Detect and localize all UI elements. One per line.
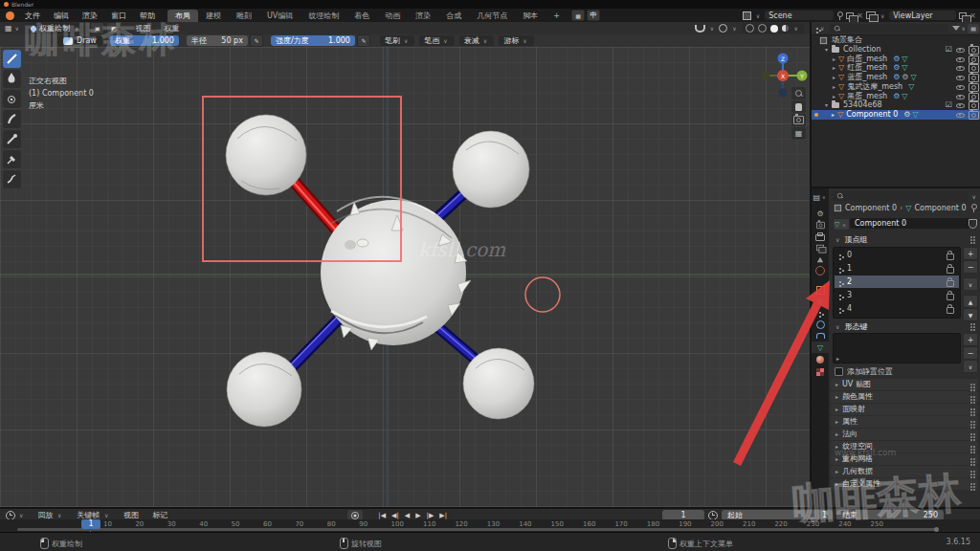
tab-texture-paint[interactable]: 纹理绘制 xyxy=(301,10,346,22)
tab-layout[interactable]: 布局 xyxy=(167,10,198,22)
playhead[interactable]: 1 xyxy=(81,519,100,529)
tool-annotate[interactable] xyxy=(3,170,21,188)
breadcrumb-object[interactable]: Component 0 xyxy=(845,204,897,212)
timeline-scrollbar[interactable] xyxy=(17,528,938,531)
shape-key-specials-button[interactable]: ∨ xyxy=(963,360,978,373)
tab-modifiers[interactable]: ⚙ xyxy=(812,296,829,307)
tab-animation[interactable]: 动画 xyxy=(377,10,408,22)
timeline-ruler[interactable]: 1020304050607080901001101201301401501601… xyxy=(0,519,980,532)
eye-icon[interactable] xyxy=(956,111,965,119)
outliner-search[interactable] xyxy=(830,24,947,33)
viewlayer-selector[interactable]: ViewLayer xyxy=(889,11,956,20)
snap-icon[interactable] xyxy=(695,25,705,33)
menu-help[interactable]: 帮助 xyxy=(133,11,162,21)
lock-icon[interactable] xyxy=(947,267,954,274)
proportional-edit-icon[interactable] xyxy=(719,24,727,33)
viewport-3d[interactable]: 正交右视图 (1) Component 0 厘米 X Y Z ▦ kfsll.c… xyxy=(0,47,810,507)
add-vertex-group-button[interactable]: + xyxy=(963,247,978,260)
editor-type-icon[interactable]: ▤∨ xyxy=(812,191,829,203)
tab-tool[interactable]: ⚙ xyxy=(812,208,829,219)
outliner-row-collection[interactable]: ▾ Collection ☑ xyxy=(812,45,980,55)
outliner-row-mesh-red[interactable]: ▸ ▽ 红蛋_mesh ⚙ ▽ xyxy=(812,63,980,73)
tab-physics[interactable] xyxy=(812,319,829,330)
solid-shading-icon[interactable] xyxy=(758,24,767,33)
tab-uv-editing[interactable]: UV编辑 xyxy=(259,10,301,22)
material-shading-icon-active[interactable] xyxy=(770,25,778,33)
shape-keys-header[interactable]: ∨形态键 xyxy=(834,321,867,332)
vertex-groups-header[interactable]: ∨顶点组 xyxy=(834,234,867,245)
outliner-display-mode-icon[interactable] xyxy=(816,28,818,30)
new-viewlayer-icon[interactable] xyxy=(959,12,967,19)
radius-pressure-icon[interactable]: ✎ xyxy=(250,34,263,47)
menu-render[interactable]: 渲染 xyxy=(76,11,104,21)
menu-file[interactable]: 文件 xyxy=(18,11,47,21)
remove-vertex-group-button[interactable]: − xyxy=(963,260,978,274)
vertex-group-item-4[interactable]: 4 xyxy=(835,302,959,315)
paint-mask-verts-toggle[interactable]: ◩ xyxy=(106,22,121,34)
eye-icon[interactable] xyxy=(956,74,965,81)
checkbox-icon[interactable] xyxy=(835,367,843,376)
tool-smear-brush[interactable] xyxy=(3,110,21,128)
play-reverse-button[interactable]: ◀ xyxy=(405,512,410,519)
add-workspace-button[interactable]: + xyxy=(546,10,568,22)
radius-slider[interactable]: 半径50 px xyxy=(187,35,248,46)
tab-constraints[interactable] xyxy=(812,330,829,342)
data-name-field[interactable]: Component 0 xyxy=(850,218,970,229)
next-keyframe-button[interactable]: |▶ xyxy=(427,512,434,519)
outliner-row-collection-53404e68[interactable]: ▾ 53404e68 ☑ xyxy=(812,100,980,110)
mode-selector[interactable]: 权重绘制∨ xyxy=(27,23,84,33)
tab-modeling[interactable]: 建模 xyxy=(198,10,229,22)
scene-icon[interactable] xyxy=(743,11,751,20)
exclude-checkbox[interactable]: ☑ xyxy=(946,45,952,55)
ortho-toggle-icon[interactable]: ▦ xyxy=(791,127,806,140)
section-normals[interactable]: ▸法向 xyxy=(831,429,978,440)
ime-badge[interactable]: 中 xyxy=(587,10,600,21)
tab-rendering[interactable]: 渲染 xyxy=(408,10,438,22)
eye-icon[interactable] xyxy=(956,55,965,63)
pin-icon[interactable] xyxy=(836,11,843,20)
eye-icon[interactable] xyxy=(956,101,965,109)
vertex-group-specials-button[interactable]: ∨ xyxy=(963,277,978,291)
wireframe-shading-icon[interactable] xyxy=(746,24,754,33)
rendered-shading-icon[interactable] xyxy=(782,25,789,32)
scene-selector[interactable]: Scene xyxy=(765,11,834,20)
lock-icon[interactable] xyxy=(947,280,954,287)
menu-weights[interactable]: 权重 xyxy=(157,23,186,33)
move-group-up-button[interactable]: ▲ xyxy=(963,295,978,308)
add-rest-position-row[interactable]: 添加静置位置 xyxy=(835,366,893,377)
overlay-options-icon[interactable]: ▤ xyxy=(968,24,979,33)
jump-to-start-button[interactable]: |◀ xyxy=(378,512,386,519)
tab-output[interactable] xyxy=(812,231,829,242)
brush-dropdown[interactable]: 笔刷∨ xyxy=(380,35,414,46)
tab-object[interactable] xyxy=(812,284,829,296)
paint-mask-faces-toggle[interactable]: ▣ xyxy=(90,22,104,34)
section-texture-space[interactable]: ▸纹理空间 xyxy=(831,441,978,452)
move-group-down-button[interactable]: ▼ xyxy=(963,308,978,321)
zoom-icon[interactable] xyxy=(791,87,806,99)
lock-icon[interactable] xyxy=(947,294,954,300)
tab-texture[interactable] xyxy=(812,366,829,378)
tool-average-brush[interactable] xyxy=(3,90,21,108)
fake-user-shield-icon[interactable] xyxy=(969,219,977,229)
section-attributes[interactable]: ▸属性 xyxy=(831,416,978,428)
lock-icon[interactable] xyxy=(947,307,954,314)
tool-gradient[interactable] xyxy=(3,130,21,148)
outliner-row-mesh-daruma[interactable]: ▸ ▽ 鬼武达摩_mesh ▽ xyxy=(812,82,980,92)
add-shape-key-button[interactable]: + xyxy=(963,333,978,346)
brush-selector[interactable]: Draw xyxy=(57,35,102,46)
section-color-attributes[interactable]: ▸颜色属性 xyxy=(831,391,978,403)
editor-type-selector[interactable]: ▦∨ xyxy=(5,24,21,33)
properties-options-caret[interactable]: ∨ xyxy=(972,193,976,200)
breadcrumb-data[interactable]: Component 0 xyxy=(914,204,966,212)
play-button[interactable]: ▶ xyxy=(415,512,420,519)
vertex-group-item-3[interactable]: 3 xyxy=(835,289,959,301)
tab-geometry-nodes[interactable]: 几何节点 xyxy=(469,10,515,22)
strength-pressure-icon[interactable]: ✎ xyxy=(357,34,370,47)
tab-material[interactable] xyxy=(812,354,829,365)
prev-keyframe-button[interactable]: ◀| xyxy=(391,512,399,519)
jump-to-end-button[interactable]: ▶| xyxy=(439,512,447,519)
tab-view-layer[interactable] xyxy=(812,242,829,253)
eye-icon[interactable] xyxy=(956,93,965,100)
cursor-dropdown[interactable]: 游标∨ xyxy=(499,35,533,46)
tab-sculpting[interactable]: 雕刻 xyxy=(229,10,259,22)
